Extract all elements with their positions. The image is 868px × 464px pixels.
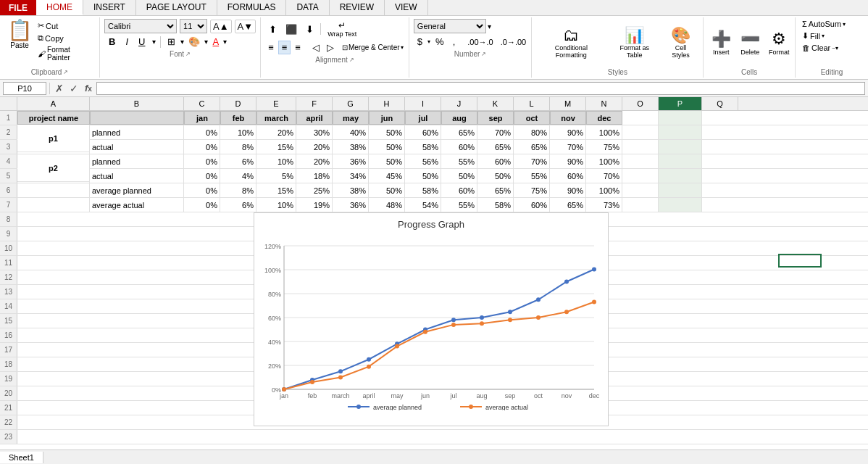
col-header-f[interactable]: F xyxy=(296,97,333,110)
cell-b6[interactable]: average planned xyxy=(90,183,184,197)
cell-l2[interactable]: 80% xyxy=(514,125,550,139)
cell-k4[interactable]: 60% xyxy=(477,154,514,168)
align-bottom-button[interactable]: ⬇ xyxy=(302,22,317,36)
row-num-2[interactable]: 2 xyxy=(0,125,17,139)
cell-n6[interactable]: 100% xyxy=(586,183,622,197)
font-name-select[interactable]: Calibri xyxy=(104,19,177,33)
cell-h4[interactable]: 50% xyxy=(369,154,405,168)
increase-font-button[interactable]: A▲ xyxy=(210,20,232,33)
tab-insert[interactable]: INSERT xyxy=(83,0,136,15)
cell-j6[interactable]: 60% xyxy=(441,183,477,197)
cell-f7[interactable]: 19% xyxy=(296,198,333,212)
cell-h5[interactable]: 45% xyxy=(369,169,405,183)
progress-chart[interactable]: Progress Graph 120% 100% 80% 60% 40% 20%… xyxy=(254,212,609,426)
cell-b1[interactable] xyxy=(90,111,184,125)
decrease-indent-button[interactable]: ◁ xyxy=(309,41,322,54)
cell-m6[interactable]: 90% xyxy=(550,183,586,197)
bold-button[interactable]: B xyxy=(104,35,120,49)
conditional-formatting-button[interactable]: 🗂 Conditional Formatting xyxy=(536,25,606,61)
cell-d4[interactable]: 6% xyxy=(220,154,256,168)
cell-c7[interactable]: 0% xyxy=(184,198,220,212)
cell-i6[interactable]: 58% xyxy=(405,183,441,197)
cell-h6[interactable]: 50% xyxy=(369,183,405,197)
cell-reference-input[interactable]: P10 xyxy=(3,82,46,95)
cell-b4[interactable]: planned xyxy=(90,154,184,168)
cell-c3[interactable]: 0% xyxy=(184,140,220,154)
cell-h3[interactable]: 50% xyxy=(369,140,405,154)
cell-i5[interactable]: 50% xyxy=(405,169,441,183)
cell-c2[interactable]: 0% xyxy=(184,125,220,139)
row-num-6[interactable]: 6 xyxy=(0,183,17,197)
cell-n5[interactable]: 70% xyxy=(586,169,622,183)
row-num-3[interactable]: 3 xyxy=(0,140,17,154)
cell-m5[interactable]: 60% xyxy=(550,169,586,183)
cell-e6[interactable]: 15% xyxy=(256,183,296,197)
cell-j2[interactable]: 65% xyxy=(441,125,477,139)
cell-j1[interactable]: aug xyxy=(441,111,477,125)
col-header-g[interactable]: G xyxy=(333,97,369,110)
format-as-table-button[interactable]: 📊 Format as Table xyxy=(609,25,660,61)
cell-e4[interactable]: 10% xyxy=(256,154,296,168)
cell-d1[interactable]: feb xyxy=(220,111,256,125)
cell-l7[interactable]: 60% xyxy=(514,198,550,212)
autosum-button[interactable]: Σ AutoSum ▾ xyxy=(800,19,864,29)
cell-n3[interactable]: 75% xyxy=(586,140,622,154)
cell-p1[interactable] xyxy=(659,111,702,125)
cell-m3[interactable]: 70% xyxy=(550,140,586,154)
align-right-button[interactable]: ≡ xyxy=(292,41,304,54)
cell-h1[interactable]: jun xyxy=(369,111,405,125)
delete-button[interactable]: ➖ Delete xyxy=(737,28,763,57)
font-size-select[interactable]: 11 xyxy=(180,19,207,33)
sheet-tab-sheet1[interactable]: Sheet1 xyxy=(0,452,43,463)
row-num-1[interactable]: 1 xyxy=(0,111,17,125)
cell-h7[interactable]: 48% xyxy=(369,198,405,212)
cell-j7[interactable]: 55% xyxy=(441,198,477,212)
col-header-a[interactable]: A xyxy=(17,97,90,110)
col-header-h[interactable]: H xyxy=(369,97,405,110)
cell-n2[interactable]: 100% xyxy=(586,125,622,139)
format-painter-button[interactable]: 🖌 Format Painter xyxy=(36,45,95,62)
italic-button[interactable]: I xyxy=(121,35,133,49)
cell-e5[interactable]: 5% xyxy=(256,169,296,183)
cell-c6[interactable]: 0% xyxy=(184,183,220,197)
cell-n7[interactable]: 73% xyxy=(586,198,622,212)
cell-c5[interactable]: 0% xyxy=(184,169,220,183)
increase-indent-button[interactable]: ▷ xyxy=(324,41,337,54)
cell-b5[interactable]: actual xyxy=(90,169,184,183)
cell-e3[interactable]: 15% xyxy=(256,140,296,154)
merge-center-button[interactable]: ⊡ Merge & Center ▾ xyxy=(338,42,407,53)
fill-button[interactable]: ⬇ Fill ▾ xyxy=(800,30,864,41)
cell-m2[interactable]: 90% xyxy=(550,125,586,139)
tab-view[interactable]: VIEW xyxy=(385,0,428,15)
col-header-e[interactable]: E xyxy=(256,97,296,110)
cell-f2[interactable]: 30% xyxy=(296,125,333,139)
cell-b3[interactable]: actual xyxy=(90,140,184,154)
underline-button[interactable]: U xyxy=(134,35,149,49)
cell-h2[interactable]: 50% xyxy=(369,125,405,139)
cell-k3[interactable]: 65% xyxy=(477,140,514,154)
cell-a2[interactable]: p1 xyxy=(17,125,90,152)
cell-styles-button[interactable]: 🎨 Cell Styles xyxy=(663,25,698,61)
row-num-7[interactable]: 7 xyxy=(0,198,17,212)
cell-d3[interactable]: 8% xyxy=(220,140,256,154)
cell-i4[interactable]: 56% xyxy=(405,154,441,168)
cell-g3[interactable]: 38% xyxy=(333,140,369,154)
row-num-5[interactable]: 5 xyxy=(0,169,17,183)
file-tab[interactable]: FILE xyxy=(0,0,36,15)
cell-l1[interactable]: oct xyxy=(514,111,550,125)
format-button[interactable]: ⚙ Format xyxy=(766,28,792,57)
col-header-c[interactable]: C xyxy=(184,97,220,110)
clear-button[interactable]: 🗑 Clear ~▾ xyxy=(800,43,864,53)
col-header-d[interactable]: D xyxy=(220,97,256,110)
tab-review[interactable]: REVIEW xyxy=(330,0,385,15)
cell-g7[interactable]: 36% xyxy=(333,198,369,212)
cell-a4[interactable]: p2 xyxy=(17,154,90,182)
cell-g5[interactable]: 34% xyxy=(333,169,369,183)
cell-k6[interactable]: 65% xyxy=(477,183,514,197)
confirm-formula-button[interactable]: ✓ xyxy=(67,83,80,94)
col-header-j[interactable]: J xyxy=(441,97,477,110)
cell-g2[interactable]: 40% xyxy=(333,125,369,139)
cut-button[interactable]: ✂ Cut xyxy=(36,20,95,31)
formula-input[interactable] xyxy=(96,82,865,95)
col-header-b[interactable]: B xyxy=(90,97,184,110)
